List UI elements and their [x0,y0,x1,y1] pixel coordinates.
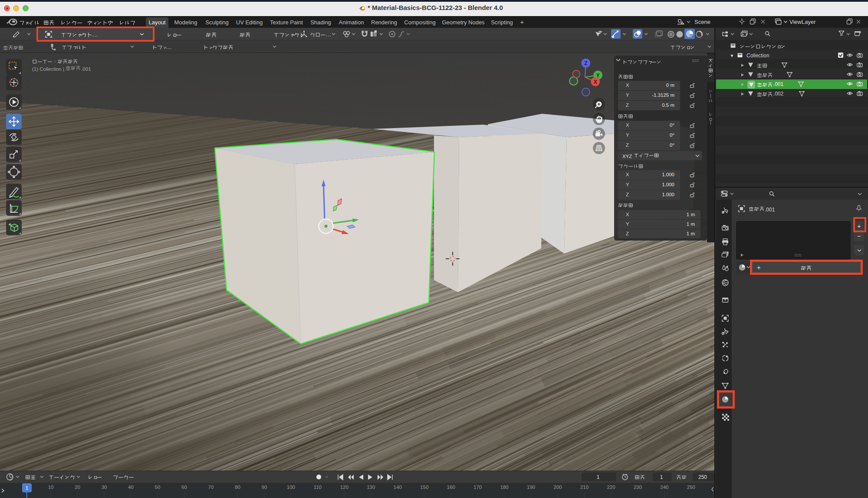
svg-text:150: 150 [420,485,428,490]
svg-text:X: X [594,79,597,85]
svg-text:110: 110 [314,485,322,490]
svg-text:220: 220 [607,485,615,490]
svg-text:80: 80 [235,485,240,490]
svg-text:240: 240 [660,485,668,490]
svg-text:200: 200 [554,485,562,490]
svg-text:130: 130 [367,485,375,490]
svg-text:230: 230 [634,485,642,490]
svg-text:190: 190 [527,485,535,490]
svg-text:90: 90 [262,485,267,490]
svg-text:170: 170 [473,485,482,490]
svg-text:40: 40 [128,485,134,490]
svg-text:1: 1 [26,485,28,491]
svg-text:50: 50 [155,485,161,490]
svg-text:180: 180 [500,485,509,490]
svg-text:160: 160 [447,485,455,490]
svg-text:60: 60 [181,485,187,490]
svg-text:140: 140 [394,485,402,490]
svg-text:Z: Z [584,60,587,66]
svg-text:100: 100 [287,485,295,490]
svg-text:30: 30 [102,485,107,490]
svg-text:250: 250 [687,485,695,490]
svg-text:10: 10 [48,485,54,490]
svg-text:210: 210 [580,485,589,490]
svg-text:70: 70 [208,485,214,490]
svg-text:120: 120 [340,485,349,490]
svg-text:20: 20 [75,485,80,490]
